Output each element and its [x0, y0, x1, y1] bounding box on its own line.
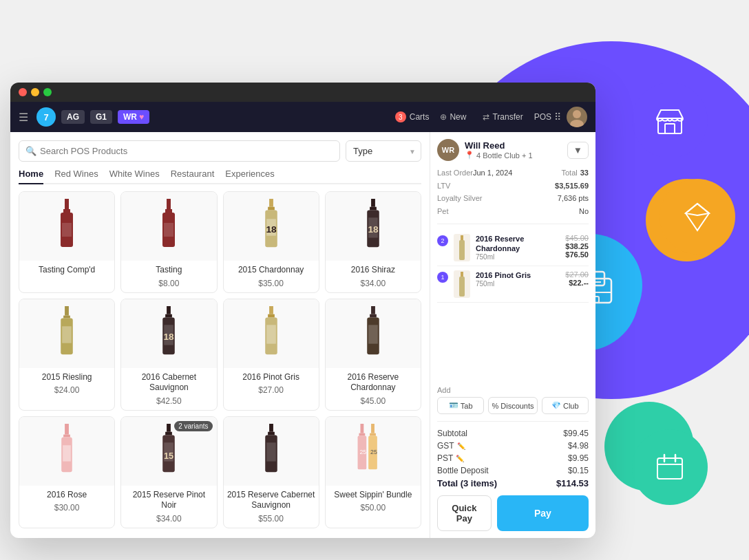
- svg-rect-75: [461, 272, 463, 277]
- product-name: 2016 Cabernet Sauvignon: [121, 368, 216, 395]
- price-discounted: $38.25: [565, 242, 589, 250]
- product-img: [19, 417, 114, 486]
- cart-count-badge: 3: [395, 111, 406, 122]
- discounts-button[interactable]: % Discounts: [488, 397, 537, 414]
- product-2015-chardonnay[interactable]: 18 2015 Chardonnay $35.00: [223, 191, 319, 293]
- maximize-dot[interactable]: [43, 88, 52, 96]
- main-window: ☰ 7 AG G1 WR ♥ 3 Carts ⊕ New ⇄ Transfer …: [10, 83, 595, 538]
- svg-text:25: 25: [370, 449, 377, 455]
- svg-rect-76: [459, 277, 465, 297]
- svg-rect-40: [165, 314, 172, 317]
- quick-pay-button[interactable]: Quick Pay: [437, 495, 492, 531]
- cart-item-name: 2016 Pinot Gris: [476, 270, 560, 280]
- pst-label: PST: [437, 453, 453, 463]
- cart-item-info: 2016 Reserve Chardonnay 750ml: [476, 234, 560, 261]
- deposit-label: Bottle Deposit: [437, 466, 489, 475]
- search-row: 🔍 Type Red Wine White Wine Rose ▼: [19, 140, 421, 162]
- gst-edit-icon[interactable]: ✏️: [457, 442, 465, 450]
- product-img: [326, 299, 421, 368]
- discount-icon: %: [492, 402, 498, 410]
- product-tasting-compd[interactable]: Tasting Comp'd: [19, 191, 115, 293]
- svg-rect-5: [657, 458, 682, 479]
- tab-red-wines[interactable]: Red Wines: [54, 169, 98, 184]
- pay-button[interactable]: Pay: [497, 495, 589, 531]
- svg-marker-4: [686, 204, 709, 215]
- tab-white-wines[interactable]: White Wines: [109, 169, 160, 184]
- tab-home[interactable]: Home: [19, 169, 43, 184]
- svg-rect-47: [266, 325, 276, 343]
- svg-rect-61: [269, 424, 273, 432]
- club-button[interactable]: 💎 Club: [542, 397, 589, 414]
- total-final-row: Total (3 items) $114.53: [437, 477, 589, 490]
- product-price: $45.00: [326, 395, 421, 410]
- product-name: Sweet Sippin' Bundle: [326, 486, 421, 502]
- subtotal-label: Subtotal: [437, 429, 467, 438]
- svg-rect-22: [165, 209, 172, 213]
- product-price: $35.00: [224, 277, 319, 292]
- nav-badge-g1[interactable]: G1: [90, 110, 112, 124]
- pst-row: PST ✏️ $9.95: [437, 452, 589, 464]
- cart-item-name: 2016 Reserve Chardonnay: [476, 234, 560, 254]
- transfer-button[interactable]: ⇄ Transfer: [477, 109, 528, 125]
- cart-panel: WR Will Reed 📍 4 Bottle Club + 1 ▼ Last …: [430, 132, 595, 538]
- product-2015-reserve-pinot-noir[interactable]: 2 variants 15 2015 Reserve Pinot Noir $3…: [120, 416, 217, 528]
- pst-edit-icon[interactable]: ✏️: [456, 455, 464, 462]
- price-original: $27.00: [565, 270, 589, 279]
- product-tabs: Home Red Wines White Wines Restaurant Ex…: [19, 169, 421, 184]
- price-original: $45.00: [565, 234, 589, 242]
- svg-rect-51: [368, 325, 378, 343]
- cart-item-prices: $27.00 $22.--: [565, 270, 589, 287]
- calendar-icon-circle: [632, 429, 708, 505]
- search-input[interactable]: [19, 140, 340, 162]
- customer-left: WR Will Reed 📍 4 Bottle Club + 1: [437, 139, 533, 161]
- product-2016-shiraz[interactable]: 18 2016 Shiraz $34.00: [325, 191, 421, 293]
- product-price: $34.00: [121, 513, 216, 528]
- user-avatar[interactable]: [567, 107, 587, 127]
- product-2016-rose[interactable]: 2016 Rose $30.00: [19, 416, 115, 528]
- product-price: $24.00: [19, 384, 114, 399]
- product-2016-pinot-gris[interactable]: 2016 Pinot Gris $27.00: [223, 299, 319, 411]
- gst-value: $4.98: [568, 441, 589, 451]
- variant-badge: 2 variants: [174, 421, 212, 431]
- svg-rect-39: [167, 306, 171, 314]
- product-name: 2015 Riesling: [19, 368, 114, 385]
- total-final-label: Total (3 items): [437, 478, 497, 488]
- cart-item-size: 750ml: [476, 280, 560, 288]
- tab-button[interactable]: 🪪 Tab: [437, 397, 484, 414]
- diamond-icon-circle: [660, 179, 735, 255]
- svg-text:18: 18: [266, 224, 277, 235]
- price-total: $76.50: [565, 250, 589, 259]
- type-select[interactable]: Type Red Wine White Wine Rose: [346, 140, 421, 162]
- svg-rect-26: [268, 207, 275, 211]
- product-2016-cabernet[interactable]: 18 2016 Cabernet Sauvignon $42.50: [120, 299, 217, 411]
- product-price: $55.00: [224, 513, 319, 528]
- deposit-row: Bottle Deposit $0.15: [437, 464, 589, 477]
- product-tasting[interactable]: Tasting $8.00: [120, 191, 217, 293]
- product-img: [19, 192, 114, 261]
- topnav: ☰ 7 AG G1 WR ♥ 3 Carts ⊕ New ⇄ Transfer …: [10, 102, 595, 132]
- product-2015-riesling[interactable]: 2015 Riesling $24.00: [19, 299, 115, 411]
- product-price: $34.00: [326, 277, 421, 292]
- tab-experiences[interactable]: Experiences: [225, 169, 275, 184]
- svg-rect-69: [370, 433, 376, 435]
- svg-rect-56: [167, 424, 171, 432]
- minimize-dot[interactable]: [31, 88, 39, 96]
- svg-rect-44: [269, 306, 273, 314]
- product-price: $27.00: [224, 384, 319, 399]
- nav-badge-wr[interactable]: WR ♥: [118, 110, 149, 124]
- product-2016-reserve-chardonnay[interactable]: 2016 Reserve Chardonnay $45.00: [325, 299, 421, 411]
- tab-restaurant[interactable]: Restaurant: [171, 169, 215, 184]
- carts-button[interactable]: 3 Carts: [395, 111, 430, 122]
- customer-dropdown-button[interactable]: ▼: [567, 142, 589, 159]
- new-button[interactable]: ⊕ New: [434, 109, 472, 125]
- close-dot[interactable]: [19, 88, 27, 96]
- nav-badge-ag[interactable]: AG: [61, 110, 85, 124]
- customer-meta: Last Order Jun 1, 2024 Total 33 LTV $3,5…: [437, 166, 589, 224]
- cart-items: 2 2016 Reserve Chardonnay 750ml $45.00 $…: [437, 230, 589, 380]
- product-2015-reserve-cabernet[interactable]: 2015 Reserve Cabernet Sauvignon $55.00: [223, 416, 319, 528]
- product-price: [19, 277, 114, 283]
- last-order-row: Last Order Jun 1, 2024 Total 33: [437, 166, 589, 180]
- hamburger-menu[interactable]: ☰: [19, 111, 28, 124]
- store-icon-circle: [632, 83, 708, 158]
- product-sweet-sippin-bundle[interactable]: 25 25 Sweet Sippin' Bundle $50.00: [325, 416, 421, 528]
